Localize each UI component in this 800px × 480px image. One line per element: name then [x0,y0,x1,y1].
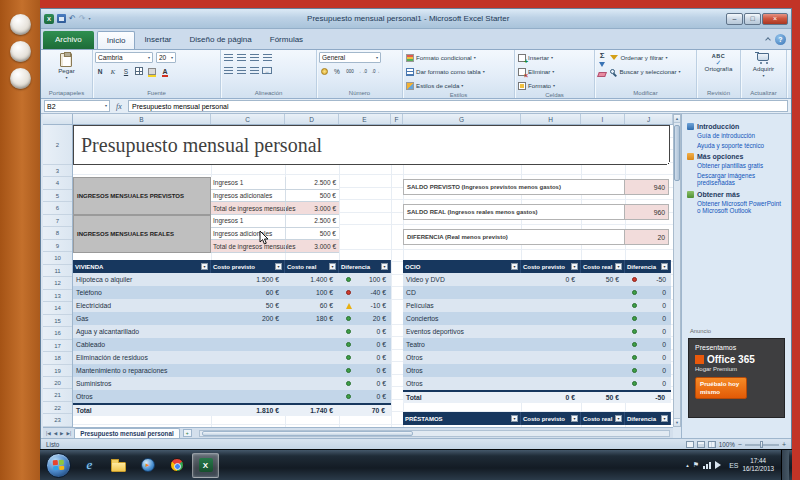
cell-category[interactable]: Otros [73,390,211,403]
cell-costo-previsto[interactable] [521,312,581,325]
name-box[interactable]: B2 ▾ [44,100,110,112]
redo-icon[interactable]: ↷ [79,15,86,23]
row-header[interactable]: 22 [43,402,72,414]
cell-category[interactable]: Otros [403,377,521,390]
taskbar-button-chrome[interactable] [163,453,190,478]
total-label-cell[interactable]: Total [403,392,521,403]
conditional-format-button[interactable]: Formato condicional ▾ [405,52,512,63]
balance-value-cell[interactable]: 20 [624,230,668,244]
align-center-button[interactable] [236,65,246,75]
scroll-up-icon[interactable]: ▲ [674,115,680,123]
paste-button[interactable]: Pegar ▾ [56,52,77,81]
row-header[interactable]: 16 [43,327,72,339]
filter-button[interactable]: ▾ [201,263,208,270]
find-select-button[interactable]: Buscar y seleccionar ▾ [609,66,694,77]
delete-cells-button[interactable]: Eliminar ▾ [517,66,592,77]
cell-category[interactable]: Teatro [403,338,521,351]
show-hidden-icons[interactable]: ▴ [686,462,689,468]
column-header[interactable]: H [521,114,581,125]
save-icon[interactable] [57,14,66,23]
increase-decimal-button[interactable]: ←.0 [358,66,368,76]
income-name-cell[interactable]: Ingresos adicionales [211,190,285,202]
cell-costo-real[interactable] [581,351,625,364]
cell-category[interactable]: Mantenimiento o reparaciones [73,364,211,377]
cell-category[interactable]: Video y DVD [403,273,521,286]
cell-diferencia[interactable]: 0 [625,377,671,390]
income-name-cell[interactable]: Total de ingresos mensuales [211,240,285,252]
taskbar-button-excel[interactable]: X [192,453,219,478]
income-value-cell[interactable]: 2.500 € [285,215,339,227]
normal-view-icon[interactable] [686,441,694,448]
cell-category[interactable]: Eventos deportivos [403,325,521,338]
cell-costo-previsto[interactable]: 60 € [211,286,285,299]
cell-diferencia[interactable]: 0 [625,338,671,351]
taskbar-button-browser[interactable]: e [76,453,103,478]
filter-button[interactable]: ▾ [381,263,388,270]
filter-button[interactable]: ▾ [661,263,668,270]
horizontal-scrollbar[interactable] [199,430,670,437]
sort-filter-button[interactable]: Ordenar y filtrar ▾ [609,52,694,63]
underline-button[interactable]: S [121,66,131,76]
sheet-tab[interactable]: Presupuesto mensual personal [74,428,179,438]
row-header[interactable]: 4 [43,177,72,189]
total-real-cell[interactable]: 50 € [581,392,625,403]
format-as-table-button[interactable]: Dar formato como tabla ▾ [405,66,512,77]
cell-category[interactable]: Teléfono [73,286,211,299]
cell-costo-real[interactable]: 100 € [285,286,339,299]
close-button[interactable]: × [762,13,788,25]
cell-costo-previsto[interactable] [521,325,581,338]
total-real-cell[interactable]: 1.740 € [285,405,339,416]
cell-costo-previsto[interactable] [211,390,285,403]
total-diferencia-cell[interactable]: -50 [625,392,671,403]
cell-costo-previsto[interactable] [521,299,581,312]
row-header[interactable]: 7 [43,215,72,227]
income-group-label[interactable]: INGRESOS MENSUALES REALES [73,215,211,253]
cell-costo-real[interactable] [581,299,625,312]
vertical-scrollbar[interactable]: ▲ ▼ [673,114,681,427]
income-value-cell[interactable]: 2.500 € [285,177,339,189]
acquire-button[interactable]: Adquirir ▾ [751,52,776,79]
cell-diferencia[interactable]: 0 € [339,377,391,390]
autosum-icon[interactable]: Σ [600,52,605,60]
task-pane-link[interactable]: Obtener Microsoft PowerPoint o Microsoft… [697,200,786,215]
align-middle-button[interactable] [236,52,246,62]
cell-category[interactable]: Hipoteca o alquiler [73,273,211,286]
income-name-cell[interactable]: Ingresos 1 [211,177,285,189]
network-icon[interactable] [703,461,711,469]
balance-value-cell[interactable]: 960 [624,205,668,219]
fill-icon[interactable] [599,62,605,70]
cell-diferencia[interactable]: 0 € [339,364,391,377]
filter-button[interactable]: ▾ [511,263,518,270]
total-diferencia-cell[interactable]: 70 € [339,405,391,416]
cell-category[interactable]: Cableado [73,338,211,351]
cell-diferencia[interactable]: -10 € [339,299,391,312]
ad-cta-button[interactable]: Pruébalo hoy mismo [695,377,747,399]
cell-diferencia[interactable]: 0 [625,312,671,325]
income-value-cell[interactable]: 500 € [285,190,339,202]
language-indicator[interactable]: ES [729,462,738,469]
cell-costo-real[interactable] [285,377,339,390]
income-value-cell[interactable]: 500 € [285,228,339,240]
cell-category[interactable]: Conciertos [403,312,521,325]
row-header[interactable]: 9 [43,240,72,252]
borders-button[interactable] [134,66,144,76]
undo-icon[interactable]: ↶ [69,15,76,23]
cell-costo-previsto[interactable]: 200 € [211,312,285,325]
column-header[interactable]: C [211,114,285,125]
row-header[interactable]: 19 [43,365,72,377]
cell-diferencia[interactable]: 0 € [339,325,391,338]
action-center-icon[interactable]: ⚑ [693,461,699,469]
cell-costo-real[interactable] [285,364,339,377]
insert-sheet-icon[interactable]: + [183,429,192,437]
filter-button[interactable]: ▾ [571,415,578,422]
font-name-select[interactable]: Cambria ▾ [95,52,153,63]
font-size-select[interactable]: 20 ▾ [156,52,176,63]
cell-costo-real[interactable] [285,325,339,338]
format-cells-button[interactable]: Formato ▾ [517,80,592,91]
income-name-cell[interactable]: Total de ingresos mensuales [211,202,285,214]
decrease-decimal-button[interactable]: .0→ [371,66,381,76]
column-headers[interactable]: B C D E F G H I J [73,114,673,125]
column-header[interactable]: B [73,114,211,125]
cell-costo-real[interactable] [581,286,625,299]
merge-center-button[interactable]: ↔ [262,65,272,75]
